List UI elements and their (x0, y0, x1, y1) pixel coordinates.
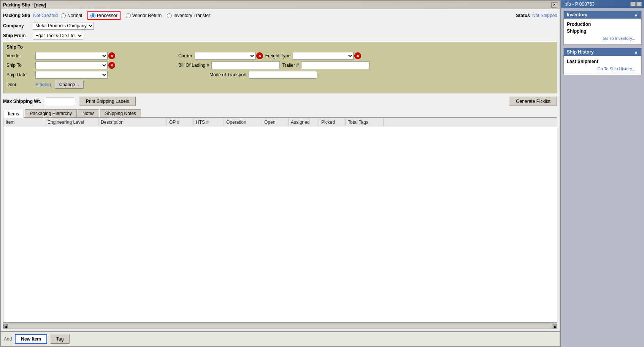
vendor-label: Vendor (6, 53, 33, 58)
ship-history-section: Ship History ▲ Last Shipment Go To Ship … (563, 48, 642, 75)
company-label: Company (3, 23, 30, 28)
inventory-header-label: Inventory (567, 12, 587, 17)
type-radio-group: Normal Processor Vendor Return Inventory… (61, 11, 210, 20)
max-shipping-wt-input[interactable] (45, 98, 75, 105)
ship-history-last-shipment-item: Last Shipment (567, 58, 638, 65)
scrollbar-track[interactable] (8, 324, 552, 328)
radio-inventory-transfer-option[interactable]: Inventory Transfer (167, 13, 210, 18)
tab-notes[interactable]: Notes (78, 109, 99, 117)
col-picked: Picked (319, 118, 346, 126)
inventory-section: Inventory ▲ Production Shipping Go To In… (563, 11, 642, 45)
ship-to-field: ✕ (35, 62, 115, 69)
tag-button[interactable]: Tag (50, 334, 70, 344)
carrier-clear-button[interactable]: ✕ (256, 52, 263, 59)
ship-to-section: Ship To Vendor ✕ Carrier ✕ Freight Type … (3, 42, 557, 93)
table-header: Item Engineering Level Description OP # … (3, 118, 557, 127)
ship-to-row: Ship To ✕ Bill Of Lading # Trailer # (6, 62, 554, 69)
horizontal-scrollbar[interactable]: ◄ ► (3, 323, 557, 329)
radio-processor-input[interactable] (90, 13, 95, 18)
ship-history-collapse-icon[interactable]: ▲ (634, 49, 638, 55)
ship-to-label: Ship To (6, 63, 33, 68)
radio-normal-option[interactable]: Normal (61, 13, 82, 18)
tabs-row: Items Packaging Hierarchy Notes Shipping… (3, 109, 557, 118)
ship-date-door-row: Ship Date Mode of Transport (6, 71, 554, 79)
vendor-select[interactable] (35, 52, 108, 60)
carrier-field: ✕ (195, 52, 263, 60)
radio-vendor-return-label: Vendor Return (132, 13, 162, 18)
ship-from-row: Ship From Egar Tool & Die Ltd. (3, 32, 557, 39)
col-description: Description (98, 118, 167, 126)
trailer-input[interactable] (301, 62, 370, 69)
tab-shipping-notes[interactable]: Shipping Notes (100, 109, 141, 117)
door-row: Door Staging Change... (6, 80, 554, 89)
go-to-ship-history-link[interactable]: Go To Ship History... (567, 65, 638, 73)
inventory-production-item: Production (567, 21, 638, 28)
radio-processor-option[interactable]: Processor (87, 11, 121, 20)
col-op-num: OP # (167, 118, 194, 126)
title-bar: Packing Slip - [new] × (1, 1, 560, 9)
radio-inventory-transfer-input[interactable] (167, 13, 172, 18)
col-total-tags: Total Tags (346, 118, 384, 126)
radio-normal-label: Normal (67, 13, 82, 18)
add-label: Add (4, 336, 12, 342)
radio-inventory-transfer-label: Inventory Transfer (173, 13, 210, 18)
ship-history-section-body: Last Shipment Go To Ship History... (564, 56, 641, 75)
status-label: Status (516, 13, 530, 18)
mode-of-transport-input[interactable] (249, 71, 317, 79)
right-panel-close-button[interactable]: × (636, 2, 642, 6)
vendor-row: Vendor ✕ Carrier ✕ Freight Type ✕ (6, 52, 554, 60)
ship-to-title: Ship To (6, 44, 554, 50)
ship-date-label: Ship Date (6, 72, 33, 77)
carrier-select[interactable] (195, 52, 255, 60)
ship-history-header-label: Ship History (567, 49, 594, 55)
vendor-clear-button[interactable]: ✕ (108, 52, 115, 59)
col-hts-num: HTS # (194, 118, 224, 126)
ship-history-section-header: Ship History ▲ (564, 48, 641, 56)
door-label: Door (6, 82, 33, 87)
ship-to-select[interactable] (35, 62, 108, 69)
right-panel-title-bar: Info - P 000753 _ × (561, 0, 644, 8)
radio-normal-input[interactable] (61, 13, 66, 18)
right-panel: Info - P 000753 _ × Inventory ▲ Producti… (560, 0, 644, 347)
radio-vendor-return-input[interactable] (126, 13, 131, 18)
radio-vendor-return-option[interactable]: Vendor Return (126, 13, 162, 18)
ship-to-clear-button[interactable]: ✕ (108, 62, 115, 69)
packing-slip-label: Packing Slip (3, 13, 30, 18)
generate-picklist-button[interactable]: Generate Picklist (509, 96, 557, 106)
ship-date-select[interactable] (35, 71, 108, 79)
freight-type-label: Freight Type (265, 53, 290, 58)
bill-of-lading-input[interactable] (211, 62, 280, 69)
vendor-field: ✕ (35, 52, 115, 60)
change-button[interactable]: Change... (55, 80, 84, 89)
scroll-right-btn[interactable]: ► (553, 324, 557, 328)
status-area: Status Not Shipped (516, 13, 557, 18)
mode-of-transport-label: Mode of Transport (209, 72, 246, 77)
content-area: Packing Slip Not Created Normal Processo… (1, 9, 560, 331)
freight-type-select[interactable] (293, 52, 354, 60)
freight-type-clear-button[interactable]: ✕ (354, 52, 361, 59)
carrier-label: Carrier (178, 53, 192, 58)
ship-from-select[interactable]: Egar Tool & Die Ltd. (33, 32, 83, 39)
inventory-section-header: Inventory ▲ (564, 11, 641, 19)
right-panel-minimize-button[interactable]: _ (630, 2, 636, 6)
table-body (3, 127, 557, 249)
go-to-inventory-link[interactable]: Go To Inventory... (567, 35, 638, 42)
tab-packaging-hierarchy[interactable]: Packaging Hierarchy (25, 109, 77, 117)
packing-slip-row: Packing Slip Not Created Normal Processo… (3, 11, 557, 20)
company-select[interactable]: Metal Products Company (33, 22, 94, 30)
tab-items[interactable]: Items (3, 110, 24, 118)
radio-processor-label: Processor (97, 13, 117, 18)
door-staging-value: Staging (35, 82, 51, 87)
items-table: Item Engineering Level Description OP # … (3, 118, 557, 323)
inventory-collapse-icon[interactable]: ▲ (634, 12, 638, 17)
print-shipping-labels-button[interactable]: Print Shipping Labels (79, 96, 136, 106)
ship-from-label: Ship From (3, 33, 30, 38)
new-item-button[interactable]: New Item (15, 334, 47, 344)
bill-of-lading-label: Bill Of Lading # (178, 63, 209, 68)
max-shipping-wt-label: Max Shipping Wt. (3, 99, 41, 104)
col-open: Open (262, 118, 289, 126)
scroll-left-btn[interactable]: ◄ (3, 324, 8, 328)
status-value: Not Shipped (532, 13, 557, 18)
close-button[interactable]: × (551, 2, 557, 8)
right-panel-title: Info - P 000753 (563, 2, 595, 7)
